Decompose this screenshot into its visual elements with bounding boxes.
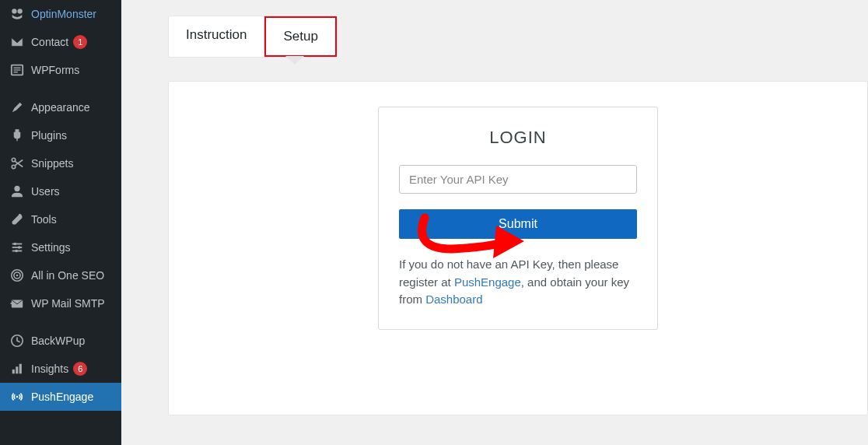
sidebar-item-users[interactable]: Users <box>0 177 121 205</box>
scissors-icon <box>9 156 25 171</box>
sidebar-item-contact[interactable]: Contact1 <box>0 28 121 56</box>
sidebar-item-label: PushEngage <box>31 391 93 403</box>
svg-point-7 <box>12 165 16 169</box>
svg-point-0 <box>12 9 16 13</box>
sidebar-items: OptinMonsterContact1WPFormsAppearancePlu… <box>0 0 121 411</box>
sidebar-item-label: Tools <box>31 213 57 226</box>
tab-indicator-arrow <box>285 56 304 65</box>
tabs-container: Instruction Setup <box>121 0 868 58</box>
notification-badge: 6 <box>73 362 87 376</box>
link-pushengage[interactable]: PushEngage <box>454 275 521 289</box>
sidebar-item-pushengage[interactable]: PushEngage <box>0 383 121 411</box>
user-icon <box>9 184 25 199</box>
menu-separator <box>0 317 121 327</box>
svg-point-12 <box>14 243 17 246</box>
svg-point-19 <box>16 275 19 277</box>
sidebar-item-label: Contact <box>31 36 68 48</box>
sidebar-item-label: Insights <box>31 363 68 375</box>
sidebar-item-wp-mail-smtp[interactable]: WP Mail SMTP <box>0 289 121 317</box>
sidebar-item-label: BackWPup <box>31 335 85 347</box>
svg-point-25 <box>16 396 19 398</box>
optinmonster-icon <box>9 6 25 22</box>
sidebar-item-settings[interactable]: Settings <box>0 233 121 261</box>
plug-icon <box>9 128 25 143</box>
sidebar-item-appearance[interactable]: Appearance <box>0 93 121 121</box>
registration-help-text: If you do not have an API Key, then plea… <box>399 256 637 309</box>
sidebar-item-tools[interactable]: Tools <box>0 205 121 233</box>
svg-rect-23 <box>16 366 18 373</box>
sidebar-item-label: Settings <box>31 241 71 254</box>
envelope-icon <box>9 34 25 50</box>
notification-badge: 1 <box>73 35 87 49</box>
sidebar-item-label: Snippets <box>31 157 73 170</box>
login-title: LOGIN <box>399 128 637 148</box>
chart-icon <box>9 361 25 377</box>
sliders-icon <box>9 240 25 255</box>
target-icon <box>9 268 25 283</box>
svg-rect-22 <box>12 370 15 373</box>
submit-button[interactable]: Submit <box>399 209 637 239</box>
menu-separator <box>0 84 121 93</box>
login-card: LOGIN Submit If you do not have an API K… <box>378 107 658 330</box>
sidebar-item-label: Appearance <box>31 101 90 114</box>
sidebar-item-label: Plugins <box>31 129 67 142</box>
sidebar-item-label: WP Mail SMTP <box>31 297 105 310</box>
svg-point-6 <box>12 158 16 162</box>
admin-sidebar: OptinMonsterContact1WPFormsAppearancePlu… <box>0 0 121 445</box>
mail-icon <box>9 296 25 311</box>
svg-point-1 <box>17 9 22 13</box>
sidebar-item-optinmonster[interactable]: OptinMonster <box>0 0 121 28</box>
setup-panel: LOGIN Submit If you do not have an API K… <box>168 81 868 415</box>
brush-icon <box>9 100 25 115</box>
sidebar-item-label: Users <box>31 185 60 198</box>
sidebar-item-label: OptinMonster <box>31 8 96 20</box>
tab-setup[interactable]: Setup <box>264 16 336 57</box>
broadcast-icon <box>9 389 25 405</box>
sidebar-item-snippets[interactable]: Snippets <box>0 149 121 177</box>
sidebar-item-label: All in One SEO <box>31 269 104 282</box>
svg-point-14 <box>18 246 21 249</box>
svg-point-16 <box>15 250 18 253</box>
plugin-tabs: Instruction Setup <box>168 16 338 58</box>
sidebar-item-backwpup[interactable]: BackWPup <box>0 327 121 355</box>
sidebar-item-wpforms[interactable]: WPForms <box>0 56 121 84</box>
sidebar-item-all-in-one-seo[interactable]: All in One SEO <box>0 261 121 289</box>
main-content: Instruction Setup LOGIN Submit If you do… <box>121 0 868 445</box>
svg-point-10 <box>14 186 19 191</box>
sidebar-item-plugins[interactable]: Plugins <box>0 121 121 149</box>
wrench-icon <box>9 212 25 227</box>
backup-icon <box>9 333 25 349</box>
link-dashboard[interactable]: Dashboard <box>425 293 482 306</box>
sidebar-item-label: WPForms <box>31 64 79 76</box>
svg-rect-24 <box>19 364 22 374</box>
api-key-input[interactable] <box>399 165 637 194</box>
sidebar-item-insights[interactable]: Insights6 <box>0 355 121 383</box>
tab-instruction[interactable]: Instruction <box>169 16 264 57</box>
form-icon <box>9 62 25 78</box>
